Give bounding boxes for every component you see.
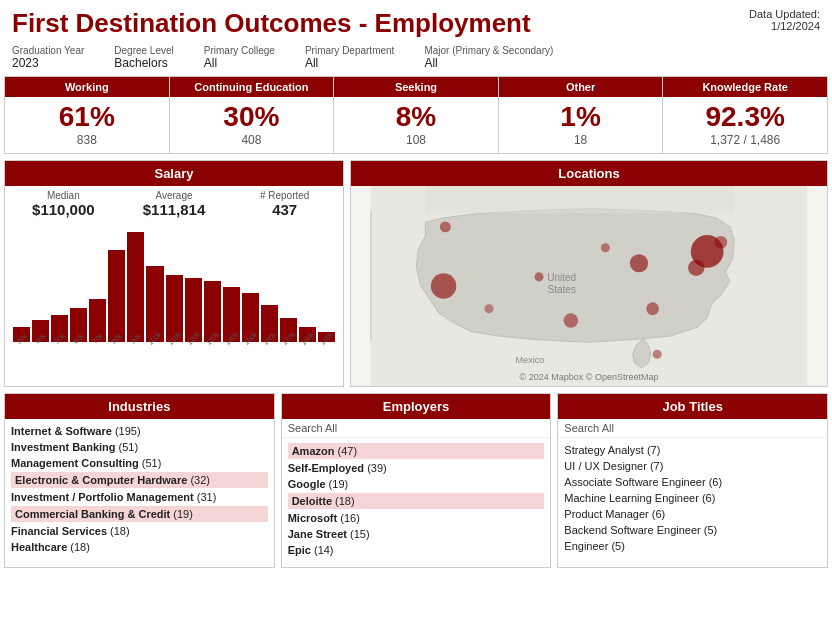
svg-point-12: [440, 221, 451, 232]
svg-point-8: [431, 273, 456, 298]
svg-point-11: [564, 313, 579, 328]
industry-item[interactable]: Healthcare (18): [11, 539, 268, 555]
stat-box-other: Other 1% 18: [499, 77, 664, 153]
svg-rect-23: [425, 186, 734, 213]
industry-item[interactable]: Investment / Portfolio Management (31): [11, 489, 268, 505]
employer-item[interactable]: Epic (14): [288, 542, 545, 558]
map-area: United States Mexico © 2024 Mapbox © Ope…: [351, 186, 827, 386]
industries-list: Internet & Software (195)Investment Bank…: [5, 419, 274, 567]
job-title-item[interactable]: Associate Software Engineer (6): [564, 474, 821, 490]
svg-text:Mexico: Mexico: [516, 355, 545, 365]
filter-graduation-year[interactable]: Graduation Year 2023: [12, 45, 84, 70]
svg-point-17: [601, 243, 610, 252]
employers-header: Employers: [282, 394, 551, 419]
job-titles-list: Strategy Analyst (7)UI / UX Designer (7)…: [558, 438, 827, 567]
industries-header: Industries: [5, 394, 274, 419]
job-title-item[interactable]: Engineer (5): [564, 538, 821, 554]
industry-item[interactable]: Management Consulting (51): [11, 455, 268, 471]
salary-stats: Median $110,000 Average $111,814 # Repor…: [5, 186, 343, 222]
chart-bar-5: [108, 250, 125, 342]
salary-median: Median $110,000: [13, 190, 114, 218]
salary-reported: # Reported 437: [234, 190, 335, 218]
svg-point-18: [653, 350, 662, 359]
industries-panel: Industries Internet & Software (195)Inve…: [4, 393, 275, 568]
mid-section: Salary Median $110,000 Average $111,814 …: [4, 160, 828, 387]
industry-item[interactable]: Internet & Software (195): [11, 423, 268, 439]
stat-box-continuing-education: Continuing Education 30% 408: [170, 77, 335, 153]
salary-panel: Salary Median $110,000 Average $111,814 …: [4, 160, 344, 387]
filter-primary-dept[interactable]: Primary Department All: [305, 45, 394, 70]
employers-panel: Employers Search All Amazon (47)Self-Emp…: [281, 393, 552, 568]
stats-row: Working 61% 838 Continuing Education 30%…: [4, 76, 828, 154]
filter-primary-college[interactable]: Primary College All: [204, 45, 275, 70]
svg-text:States: States: [548, 284, 576, 295]
svg-point-15: [646, 302, 659, 315]
job-title-item[interactable]: Strategy Analyst (7): [564, 442, 821, 458]
industry-item[interactable]: Commercial Banking & Credit (19): [11, 506, 268, 522]
salary-chart: [5, 222, 343, 342]
stat-box-working: Working 61% 838: [5, 77, 170, 153]
job-title-item[interactable]: Backend Software Engineer (5): [564, 522, 821, 538]
job-title-item[interactable]: Machine Learning Engineer (6): [564, 490, 821, 506]
employer-item[interactable]: Amazon (47): [288, 443, 545, 459]
svg-point-19: [484, 304, 493, 313]
job-titles-search[interactable]: Search All: [558, 419, 827, 438]
industry-item[interactable]: Electronic & Computer Hardware (32): [11, 472, 268, 488]
svg-text:United: United: [547, 272, 576, 283]
svg-point-14: [688, 260, 704, 276]
svg-point-16: [534, 272, 543, 281]
page-title: First Destination Outcomes - Employment: [12, 8, 531, 39]
data-updated: Data Updated: 1/12/2024: [749, 8, 820, 32]
employers-search[interactable]: Search All: [282, 419, 551, 438]
employer-item[interactable]: Jane Street (15): [288, 526, 545, 542]
locations-header: Locations: [351, 161, 827, 186]
filter-major[interactable]: Major (Primary & Secondary) All: [424, 45, 553, 70]
job-title-item[interactable]: UI / UX Designer (7): [564, 458, 821, 474]
chart-bar-6: [127, 232, 144, 342]
filter-degree-level[interactable]: Degree Level Bachelors: [114, 45, 173, 70]
svg-point-13: [714, 236, 727, 249]
chart-bar-7: [146, 266, 163, 342]
header: First Destination Outcomes - Employment …: [0, 0, 832, 43]
salary-header: Salary: [5, 161, 343, 186]
bottom-section: Industries Internet & Software (195)Inve…: [4, 393, 828, 568]
stat-box-knowledge-rate: Knowledge Rate 92.3% 1,372 / 1,486: [663, 77, 827, 153]
employer-item[interactable]: Google (19): [288, 476, 545, 492]
job-title-item[interactable]: Product Manager (6): [564, 506, 821, 522]
filters-bar: Graduation Year 2023 Degree Level Bachel…: [0, 43, 832, 76]
salary-average: Average $111,814: [124, 190, 225, 218]
map-copyright: © 2024 Mapbox © OpenStreetMap: [520, 372, 659, 382]
employer-item[interactable]: Deloitte (18): [288, 493, 545, 509]
locations-panel: Locations: [350, 160, 828, 387]
stat-box-seeking: Seeking 8% 108: [334, 77, 499, 153]
industry-item[interactable]: Investment Banking (51): [11, 439, 268, 455]
employer-item[interactable]: Self-Employed (39): [288, 460, 545, 476]
employer-item[interactable]: Microsoft (16): [288, 510, 545, 526]
industry-item[interactable]: Financial Services (18): [11, 523, 268, 539]
employers-list: Amazon (47)Self-Employed (39)Google (19)…: [282, 438, 551, 567]
svg-point-10: [630, 254, 648, 272]
job-titles-header: Job Titles: [558, 394, 827, 419]
job-titles-panel: Job Titles Search All Strategy Analyst (…: [557, 393, 828, 568]
